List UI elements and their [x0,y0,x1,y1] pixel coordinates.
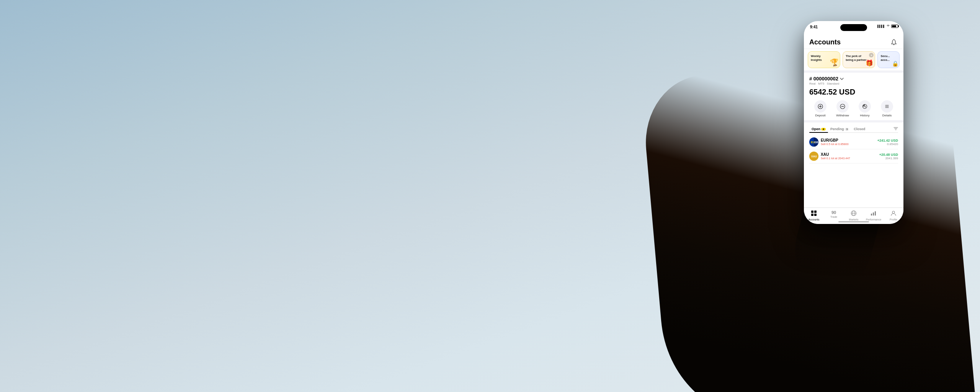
account-type-mt: MT5 [818,82,824,85]
promo-card-partner[interactable]: × The perk ofbeing a partner 🎁 [843,51,875,68]
accounts-nav-icon [811,210,817,217]
svg-rect-16 [811,214,813,216]
xau-info: XAU Sell 0.1 lot at 2043.447 [821,152,850,160]
page-title: Accounts [809,38,841,46]
eurgbp-profit-section: +241.42 USD 0.85420 [877,139,898,146]
tab-open[interactable]: Open 4 [809,126,828,132]
trade-list: EU GB EUR/GBP Sell 0.5 lot at 0.85800 +2… [804,133,903,166]
promo-secure-icon: 🔒 [892,60,898,67]
status-icons: ▌▌▌▌ [877,24,898,28]
wifi-icon [886,24,890,28]
xau-detail: Sell 0.1 lot at 2043.447 [821,157,850,160]
account-type-real: Real [809,82,815,85]
tab-pending[interactable]: Pending 3 [828,126,851,132]
account-meta: Real MT5 Standard [809,82,898,85]
svg-point-24 [892,211,895,214]
nav-trade[interactable]: 90 Trade [824,210,844,221]
account-number-text: # 000000002 [809,76,838,82]
history-button[interactable]: History [854,100,876,117]
sort-icon[interactable] [893,126,898,132]
trades-tabs-section: Open 4 Pending 3 Closed [804,120,903,133]
history-label: History [860,114,870,117]
deposit-button[interactable]: Deposit [809,100,831,117]
withdraw-label: Withdraw [836,114,849,117]
svg-rect-21 [871,214,872,216]
details-button[interactable]: Details [876,100,898,117]
tabs-row: Open 4 Pending 3 Closed [809,126,898,133]
svg-text:GB: GB [814,141,818,144]
markets-nav-icon [851,210,857,217]
trade-nav-icon: 90 [831,210,836,215]
trade-nav-label: Trade [830,216,837,218]
svg-rect-22 [873,212,874,216]
nav-performance[interactable]: Performance [864,210,884,221]
nav-markets[interactable]: Markets [844,210,864,221]
details-label: Details [882,114,892,117]
promo-card-weekly[interactable]: WeeklyInsights 🏆 [808,51,840,68]
status-time: 9:41 [810,25,818,29]
trade-item-eurgbp[interactable]: EU GB EUR/GBP Sell 0.5 lot at 0.85800 +2… [809,135,898,149]
eurgbp-price: 0.85420 [877,142,898,146]
eurgbp-pair: EUR/GBP [821,138,849,142]
promo-weekly-icon: 🏆 [830,57,839,67]
performance-nav-icon [871,210,877,217]
home-indicator [838,221,869,222]
xau-pair: XAU [821,152,850,157]
phone-screen: 9:41 ▌▌▌▌ [804,21,903,224]
eurgbp-profit: +241.42 USD [877,139,898,142]
svg-rect-15 [814,211,817,213]
deposit-label: Deposit [815,114,825,117]
nav-profile[interactable]: Profile [884,210,903,221]
status-bar: 9:41 ▌▌▌▌ [804,21,903,35]
promo-cards-section: WeeklyInsights 🏆 × The perk ofbeing a pa… [804,49,903,70]
tab-closed-label: Closed [854,127,865,131]
profile-nav-icon [890,210,897,217]
app-header: Accounts [804,35,903,49]
markets-nav-label: Markets [849,218,859,221]
svg-rect-17 [814,214,817,216]
xau-price: 2041.399 [879,157,898,160]
svg-rect-14 [811,211,813,213]
withdraw-icon [836,100,849,113]
notification-bell-icon[interactable] [890,38,898,46]
xau-flag-icon: XAU [809,152,818,161]
promo-card-secure[interactable]: Secu...acco... 🔒 [877,51,900,68]
history-icon [859,100,871,113]
account-section: # 000000002 Real MT5 Standard 6542.52 US… [804,70,903,120]
signal-icon: ▌▌▌▌ [877,25,885,28]
promo-partner-icon: 🎁 [866,59,873,67]
eurgbp-info: EUR/GBP Sell 0.5 lot at 0.85800 [821,138,849,146]
tab-open-label: Open [812,127,820,131]
promo-close-icon[interactable]: × [869,53,874,57]
account-type-plan: Standard [827,82,839,85]
xau-profit: +20.48 USD [879,153,898,157]
nav-accounts[interactable]: Accounts [804,210,824,221]
tab-pending-badge: 3 [844,128,849,131]
tab-open-badge: 4 [821,128,826,131]
phone-device: 9:41 ▌▌▌▌ [804,21,903,224]
action-buttons-row: Deposit Withdraw [809,100,898,117]
accounts-nav-label: Accounts [808,218,820,221]
battery-icon [891,24,898,28]
dynamic-island [840,24,867,31]
phone-body: 9:41 ▌▌▌▌ [804,21,903,224]
eurgbp-detail: Sell 0.5 lot at 0.85800 [821,142,849,146]
withdraw-button[interactable]: Withdraw [831,100,854,117]
account-balance: 6542.52 USD [809,88,898,96]
account-number-row: # 000000002 [809,76,898,82]
eurgbp-flag-icon: EU GB [809,137,818,147]
tab-closed[interactable]: Closed [851,126,867,132]
trade-item-xau[interactable]: XAU XAU Sell 0.1 lot at 2043.447 +20.48 … [809,149,898,163]
profile-nav-label: Profile [890,218,897,221]
deposit-icon [814,100,826,113]
svg-text:XAU: XAU [811,155,817,158]
performance-nav-label: Performance [866,218,881,221]
xau-profit-section: +20.48 USD 2041.399 [879,153,898,160]
tab-pending-label: Pending [830,127,844,131]
details-icon [881,100,893,113]
svg-rect-23 [875,211,876,216]
svg-point-0 [893,44,894,45]
account-dropdown-icon[interactable] [840,77,844,81]
